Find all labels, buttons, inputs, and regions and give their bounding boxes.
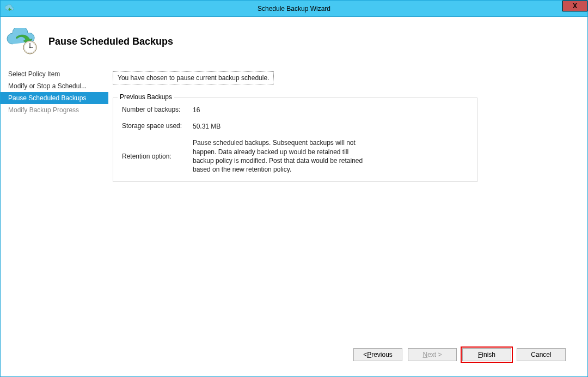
finish-accel: F xyxy=(478,351,482,358)
wizard-window: Schedule Backup Wizard X Pause Scheduled… xyxy=(0,0,588,377)
label-number-of-backups: Number of backups: xyxy=(122,106,193,114)
group-title: Previous Backups xyxy=(118,93,174,101)
wizard-header: Pause Scheduled Backups xyxy=(1,17,587,66)
title-bar: Schedule Backup Wizard X xyxy=(1,1,587,17)
wizard-steps-sidebar: Select Policy Item Modify or Stop a Sche… xyxy=(1,66,108,376)
spacer xyxy=(113,182,577,338)
wizard-footer: < Previous Next > Finish Cancel xyxy=(113,338,577,371)
finish-rest: inish xyxy=(482,351,495,358)
previous-rest: revious xyxy=(371,351,393,358)
sidebar-item-modify-stop[interactable]: Modify or Stop a Schedul... xyxy=(1,80,108,92)
previous-backups-group: Previous Backups Number of backups: 16 S… xyxy=(113,98,477,182)
previous-arrow: < xyxy=(363,351,367,358)
value-storage-space: 50.31 MB xyxy=(193,122,468,131)
notice-text: You have chosen to pause current backup … xyxy=(113,71,274,84)
previous-button[interactable]: < Previous xyxy=(353,348,402,361)
sidebar-item-pause-backups[interactable]: Pause Scheduled Backups xyxy=(1,92,108,104)
label-storage-space: Storage space used: xyxy=(122,122,193,131)
header-icon xyxy=(6,28,39,55)
cancel-label: Cancel xyxy=(531,351,551,358)
svg-point-4 xyxy=(29,47,30,48)
next-button: Next > xyxy=(408,348,457,361)
close-icon: X xyxy=(573,2,577,10)
wizard-body: Select Policy Item Modify or Stop a Sche… xyxy=(1,66,587,376)
page-title: Pause Scheduled Backups xyxy=(48,36,173,47)
cancel-button[interactable]: Cancel xyxy=(517,348,566,361)
row-storage-space: Storage space used: 50.31 MB xyxy=(122,122,468,131)
previous-accel: P xyxy=(367,351,371,358)
wizard-content: You have chosen to pause current backup … xyxy=(108,66,587,376)
window-title: Schedule Backup Wizard xyxy=(258,5,330,13)
finish-button[interactable]: Finish xyxy=(462,348,511,361)
app-icon xyxy=(5,4,14,13)
label-retention: Retention option: xyxy=(122,153,193,160)
value-number-of-backups: 16 xyxy=(193,106,468,114)
close-button[interactable]: X xyxy=(562,1,587,11)
sidebar-item-select-policy[interactable]: Select Policy Item xyxy=(1,68,108,80)
value-retention: Pause scheduled backups. Subsequent back… xyxy=(193,138,367,174)
sidebar-item-modify-progress: Modify Backup Progress xyxy=(1,104,108,116)
next-rest: ext > xyxy=(427,351,442,358)
row-number-of-backups: Number of backups: 16 xyxy=(122,106,468,114)
next-accel: N xyxy=(422,351,427,358)
row-retention: Retention option: Pause scheduled backup… xyxy=(122,138,468,174)
